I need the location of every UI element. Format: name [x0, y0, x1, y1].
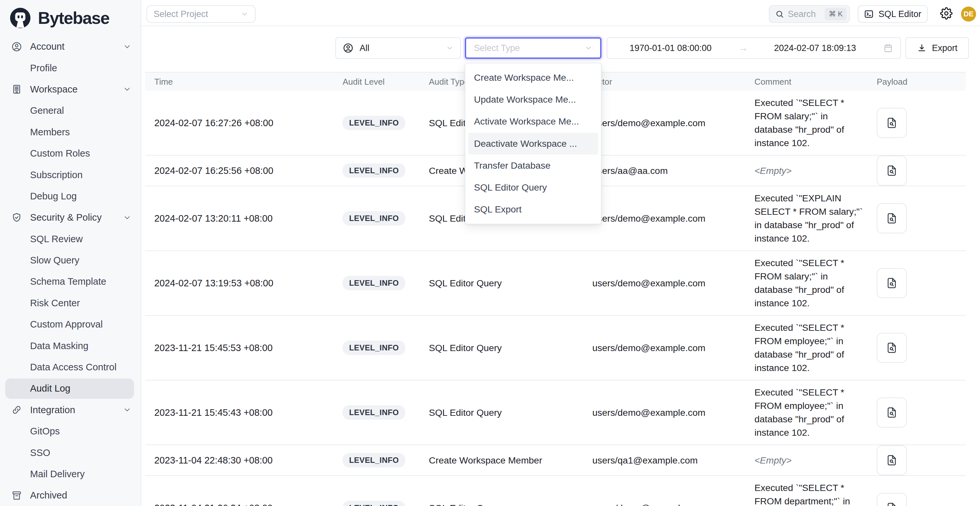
audit-level-badge: LEVEL_INFO: [342, 116, 405, 130]
sidebar-item-risk-center[interactable]: Risk Center: [0, 293, 140, 314]
payload-cell: [877, 268, 966, 298]
chevron-down-icon: [240, 10, 248, 18]
sidebar-item-security-policy[interactable]: Security & Policy: [0, 207, 140, 228]
sidebar-item-archived[interactable]: Archived: [0, 485, 140, 506]
sidebar: Bytebase AccountProfileWorkspaceGeneralM…: [0, 0, 141, 506]
payload-cell: [877, 398, 966, 428]
sidebar-nav: AccountProfileWorkspaceGeneralMembersCus…: [0, 36, 140, 506]
sidebar-item-custom-roles[interactable]: Custom Roles: [0, 143, 140, 164]
audit-comment: Executed `"SELECT * FROM department;"` i…: [754, 476, 877, 506]
type-menu-item-sql-editor-query[interactable]: SQL Editor Query: [466, 177, 601, 199]
file-search-icon: [886, 342, 898, 354]
payload-view-button[interactable]: [877, 108, 907, 138]
search-input[interactable]: Search ⌘ K: [769, 5, 850, 23]
payload-view-button[interactable]: [877, 493, 907, 506]
sidebar-item-label: Audit Log: [30, 383, 70, 394]
payload-view-button[interactable]: [877, 203, 907, 233]
audit-level-badge: LEVEL_INFO: [342, 501, 405, 506]
audit-type: SQL Editor Query: [429, 342, 592, 353]
sidebar-item-profile[interactable]: Profile: [0, 57, 140, 78]
sidebar-item-sso[interactable]: SSO: [0, 442, 140, 463]
sidebar-item-label: Data Access Control: [30, 362, 116, 372]
sidebar-item-sql-review[interactable]: SQL Review: [0, 229, 140, 250]
audit-level-badge: LEVEL_INFO: [342, 453, 405, 468]
audit-time: 2024-02-07 16:27:26 +08:00: [154, 118, 342, 129]
sidebar-item-workspace[interactable]: Workspace: [0, 79, 140, 100]
sidebar-item-schema-template[interactable]: Schema Template: [0, 271, 140, 292]
sql-editor-button[interactable]: SQL Editor: [858, 5, 928, 23]
type-menu-item-activate-workspace-me[interactable]: Activate Workspace Me...: [466, 110, 601, 132]
audit-log-row: 2023-11-04 21:26:34 +08:00LEVEL_INFOSQL …: [145, 476, 966, 506]
payload-view-button[interactable]: [877, 333, 907, 363]
audit-actor: users/demo@example.com: [592, 503, 754, 506]
column-header-audit-level: Audit Level: [342, 77, 429, 87]
audit-actor: users/demo@example.com: [592, 342, 754, 353]
project-select-value: Select Project: [154, 9, 240, 19]
calendar-icon: [883, 43, 893, 53]
sidebar-item-members[interactable]: Members: [0, 122, 140, 143]
date-range-picker[interactable]: 1970-01-01 08:00:00 → 2024-02-07 18:09:1…: [607, 37, 901, 59]
sidebar-item-general[interactable]: General: [0, 100, 140, 121]
type-menu-item-deactivate-workspace[interactable]: Deactivate Workspace ...: [468, 133, 598, 154]
column-header-comment: Comment: [754, 77, 877, 87]
gear-icon[interactable]: [940, 7, 953, 20]
type-filter-select[interactable]: Select Type: [465, 37, 601, 59]
audit-level-cell: LEVEL_INFO: [342, 116, 429, 130]
actor-filter-select[interactable]: All: [336, 37, 461, 59]
sidebar-item-label: Data Masking: [30, 341, 88, 352]
shield-check-icon: [11, 212, 22, 223]
audit-level-cell: LEVEL_INFO: [342, 405, 429, 420]
type-menu-item-create-workspace-me[interactable]: Create Workspace Me...: [466, 67, 601, 89]
search-shortcut-badge: ⌘ K: [825, 8, 846, 20]
date-to-value[interactable]: 2024-02-07 18:09:13: [774, 43, 856, 53]
audit-time: 2024-02-07 13:20:11 +08:00: [154, 213, 342, 224]
sidebar-item-mail-delivery[interactable]: Mail Delivery: [0, 463, 140, 485]
file-search-icon: [886, 117, 898, 129]
audit-level-cell: LEVEL_INFO: [342, 501, 429, 506]
payload-cell: [877, 445, 966, 475]
date-from-value[interactable]: 1970-01-01 08:00:00: [630, 43, 712, 53]
sidebar-item-account[interactable]: Account: [0, 36, 140, 57]
link-icon: [11, 404, 22, 415]
sidebar-item-debug-log[interactable]: Debug Log: [0, 186, 140, 207]
sidebar-item-custom-approval[interactable]: Custom Approval: [0, 314, 140, 335]
type-menu-item-update-workspace-me[interactable]: Update Workspace Me...: [466, 89, 601, 110]
sidebar-item-label: Profile: [30, 63, 57, 73]
sidebar-item-slow-query[interactable]: Slow Query: [0, 250, 140, 271]
avatar[interactable]: DE: [961, 6, 976, 22]
file-search-icon: [886, 212, 898, 224]
audit-log-row: 2024-02-07 13:19:53 +08:00LEVEL_INFOSQL …: [145, 251, 966, 316]
type-menu-item-sql-export[interactable]: SQL Export: [466, 199, 601, 220]
audit-level-badge: LEVEL_INFO: [342, 211, 405, 226]
type-filter-menu: Create Workspace Me...Update Workspace M…: [465, 63, 601, 224]
sidebar-item-data-masking[interactable]: Data Masking: [0, 335, 140, 356]
project-select[interactable]: Select Project: [146, 5, 256, 23]
sidebar-item-subscription[interactable]: Subscription: [0, 164, 140, 185]
download-icon: [917, 43, 927, 53]
brand-logo[interactable]: Bytebase: [0, 0, 140, 31]
archive-icon: [11, 490, 22, 501]
audit-level-cell: LEVEL_INFO: [342, 276, 429, 290]
export-button[interactable]: Export: [905, 37, 969, 59]
sidebar-item-label: Account: [30, 41, 64, 52]
sidebar-item-gitops[interactable]: GitOps: [0, 421, 140, 442]
payload-view-button[interactable]: [877, 445, 907, 475]
column-header-actor: Actor: [592, 77, 754, 87]
audit-actor: users/demo@example.com: [592, 407, 754, 418]
sidebar-item-integration[interactable]: Integration: [0, 399, 140, 421]
actor-filter-value: All: [360, 43, 440, 53]
payload-view-button[interactable]: [877, 268, 907, 298]
audit-time: 2023-11-04 21:26:34 +08:00: [154, 503, 342, 506]
payload-view-button[interactable]: [877, 156, 907, 186]
sidebar-item-audit-log[interactable]: Audit Log: [0, 378, 140, 399]
payload-view-button[interactable]: [877, 398, 907, 428]
audit-time: 2023-11-21 15:45:53 +08:00: [154, 342, 342, 353]
building-icon: [11, 84, 22, 95]
audit-time: 2024-02-07 13:19:53 +08:00: [154, 278, 342, 289]
audit-actor: users/demo@example.com: [592, 118, 754, 129]
audit-level-cell: LEVEL_INFO: [342, 341, 429, 355]
type-menu-item-transfer-database[interactable]: Transfer Database: [466, 154, 601, 177]
topbar: Select Project Search ⌘ K SQL Editor DE: [141, 0, 980, 26]
audit-log-row: 2023-11-04 22:48:30 +08:00LEVEL_INFOCrea…: [145, 445, 966, 476]
sidebar-item-data-access-control[interactable]: Data Access Control: [0, 356, 140, 378]
